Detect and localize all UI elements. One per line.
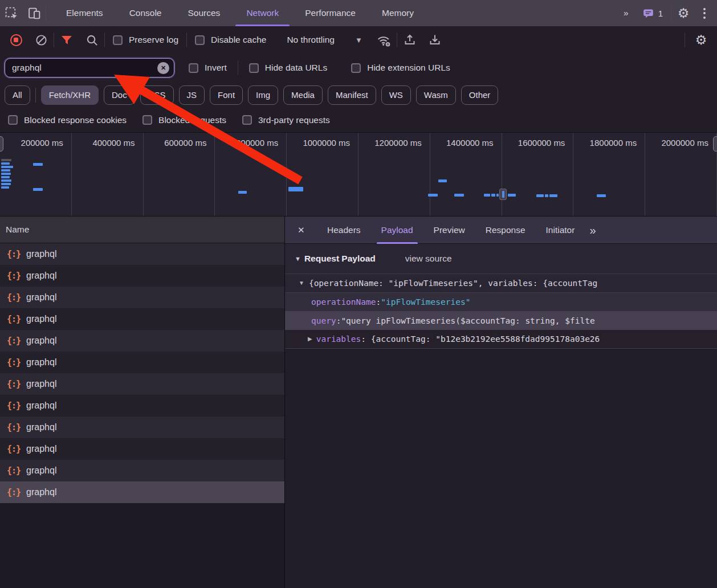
issues-button[interactable]: 1 xyxy=(637,7,669,19)
filter-chip-media[interactable]: Media xyxy=(283,85,323,105)
json-braces-icon: {:} xyxy=(7,336,21,346)
request-name: graphql xyxy=(26,292,56,303)
filter-chip-manifest[interactable]: Manifest xyxy=(328,85,376,105)
request-row[interactable]: {:}graphql xyxy=(0,481,284,503)
collapse-triangle-icon[interactable]: ▼ xyxy=(295,256,301,262)
tab-memory[interactable]: Memory xyxy=(369,0,427,26)
tab-elements[interactable]: Elements xyxy=(53,0,116,26)
close-details-icon[interactable]: ✕ xyxy=(298,225,317,235)
tab-console[interactable]: Console xyxy=(116,0,175,26)
waterfall-bar xyxy=(1,179,11,182)
settings-gear-icon[interactable]: ⚙ xyxy=(674,0,693,26)
json-braces-icon: {:} xyxy=(7,379,21,389)
waterfall-bar xyxy=(1,176,10,178)
network-settings-gear-icon[interactable]: ⚙ xyxy=(685,26,717,54)
expand-triangle-icon[interactable]: ▶ xyxy=(308,336,312,342)
checkbox-group-blocked-response-cookies: Blocked response cookies xyxy=(0,115,135,125)
request-row[interactable]: {:}graphql xyxy=(0,352,284,373)
clear-network-log-icon[interactable] xyxy=(28,26,54,54)
divider xyxy=(238,60,238,75)
inspect-element-icon[interactable] xyxy=(0,0,23,26)
request-row[interactable]: {:}graphql xyxy=(0,243,284,265)
request-row[interactable]: {:}graphql xyxy=(0,330,284,352)
json-braces-icon: {:} xyxy=(7,444,21,454)
network-overview-timeline[interactable]: 200000 ms400000 ms600000 ms800000 ms1000… xyxy=(0,132,717,217)
network-filter-input[interactable]: graphql ✕ xyxy=(5,58,174,77)
blocked-requests-checkbox[interactable] xyxy=(142,115,152,125)
overview-right-handle[interactable] xyxy=(713,136,717,152)
detail-tab-payload[interactable]: Payload xyxy=(371,217,423,244)
record-network-log-button[interactable] xyxy=(3,26,28,54)
request-row[interactable]: {:}graphql xyxy=(0,287,284,308)
filter-funnel-icon[interactable] xyxy=(54,26,79,54)
request-row[interactable]: {:}graphql xyxy=(0,460,284,481)
overview-left-handle[interactable] xyxy=(0,136,3,152)
request-row[interactable]: {:}graphql xyxy=(0,438,284,460)
network-conditions-icon[interactable] xyxy=(372,26,397,54)
filter-chip-js[interactable]: JS xyxy=(179,85,205,105)
json-braces-icon: {:} xyxy=(7,487,21,497)
waterfall-bar xyxy=(491,194,495,197)
disable-cache-checkbox[interactable] xyxy=(195,35,205,45)
request-name: graphql xyxy=(26,466,56,476)
filter-chip-font[interactable]: Font xyxy=(210,85,243,105)
export-har-icon[interactable] xyxy=(422,26,447,54)
throttling-dropdown[interactable]: No throttling ▼ xyxy=(274,35,371,45)
kebab-menu-icon[interactable] xyxy=(695,8,714,19)
filter-chip-img[interactable]: Img xyxy=(248,85,278,105)
more-tabs-icon[interactable]: » xyxy=(618,8,634,18)
json-braces-icon: {:} xyxy=(7,466,21,476)
device-toolbar-icon[interactable] xyxy=(23,0,46,26)
detail-tab-initiator[interactable]: Initiator xyxy=(536,217,585,244)
filter-chip-css[interactable]: CSS xyxy=(140,85,174,105)
request-payload-title: Request Payload xyxy=(304,254,376,264)
payload-row-operation-name[interactable]: operationName: "ipFlowTimeseries" xyxy=(285,292,717,311)
hide-extension-urls-checkbox[interactable] xyxy=(351,63,361,73)
filter-chip-all[interactable]: All xyxy=(5,85,30,105)
3rd-party-requests-label: 3rd-party requests xyxy=(258,115,330,125)
hide-data-urls-label: Hide data URLs xyxy=(265,63,327,73)
filter-chip-fetch-xhr[interactable]: Fetch/XHR xyxy=(41,85,99,105)
more-detail-tabs-icon[interactable]: » xyxy=(585,224,600,236)
payload-row-query[interactable]: query: "query ipFlowTimeseries($accountT… xyxy=(285,311,717,330)
tab-network[interactable]: Network xyxy=(233,0,292,26)
filter-chip-ws[interactable]: WS xyxy=(381,85,411,105)
request-row[interactable]: {:}graphql xyxy=(0,395,284,416)
payload-preview-row[interactable]: ▼ {operationName: "ipFlowTimeseries", va… xyxy=(285,273,717,292)
filter-chip-wasm[interactable]: Wasm xyxy=(416,85,456,105)
collapse-triangle-icon[interactable]: ▼ xyxy=(299,280,304,286)
search-icon[interactable] xyxy=(79,26,104,54)
tab-performance[interactable]: Performance xyxy=(292,0,369,26)
detail-tab-response[interactable]: Response xyxy=(475,217,536,244)
hide-data-urls-checkbox[interactable] xyxy=(249,63,259,73)
message-bubble-icon xyxy=(642,7,654,19)
checkbox-group-3rd-party-requests: 3rd-party requests xyxy=(234,115,338,125)
json-value: {accountTag: "b12e3b2192ee5588fdad995178… xyxy=(371,334,600,344)
detail-tab-headers[interactable]: Headers xyxy=(317,217,371,244)
view-source-link[interactable]: view source xyxy=(405,254,452,264)
import-har-icon[interactable] xyxy=(397,26,422,54)
filter-chip-other[interactable]: Other xyxy=(461,85,499,105)
filter-chip-doc[interactable]: Doc xyxy=(104,85,135,105)
divider xyxy=(671,6,671,21)
name-column-header[interactable]: Name xyxy=(0,217,284,243)
request-row[interactable]: {:}graphql xyxy=(0,416,284,438)
detail-tab-preview[interactable]: Preview xyxy=(423,217,475,244)
waterfall-bar xyxy=(33,188,43,191)
tab-sources[interactable]: Sources xyxy=(175,0,234,26)
payload-row-variables[interactable]: ▶ variables: {accountTag: "b12e3b2192ee5… xyxy=(285,330,717,349)
preserve-log-checkbox[interactable] xyxy=(113,35,123,45)
request-row[interactable]: {:}graphql xyxy=(0,308,284,330)
request-row[interactable]: {:}graphql xyxy=(0,373,284,395)
waterfall-bar xyxy=(1,183,11,185)
waterfall-bar xyxy=(33,163,43,166)
3rd-party-requests-checkbox[interactable] xyxy=(242,115,252,125)
json-key: variables xyxy=(316,334,361,344)
json-braces-icon: {:} xyxy=(7,422,21,432)
invert-checkbox[interactable] xyxy=(189,63,198,73)
blocked-response-cookies-checkbox[interactable] xyxy=(8,115,18,125)
blocked-requests-label: Blocked requests xyxy=(158,115,226,125)
json-key: operationName xyxy=(311,297,376,307)
clear-filter-icon[interactable]: ✕ xyxy=(157,62,169,74)
request-row[interactable]: {:}graphql xyxy=(0,265,284,287)
